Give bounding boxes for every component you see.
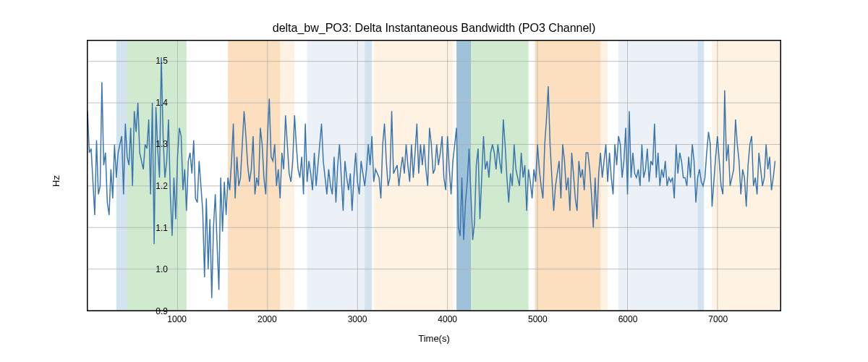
experiment-span [618,41,697,311]
plot-area [87,40,781,311]
ytick-label: 1.2 [156,181,168,191]
ytick-label: 1.5 [156,56,168,66]
xtick-label: 4000 [438,314,457,324]
xtick-label: 3000 [348,314,367,324]
xtick-label: 2000 [258,314,277,324]
ytick-label: 1.3 [156,139,168,149]
chart-container [87,40,781,311]
ytick-label: 0.9 [156,306,168,316]
x-axis-label: Time(s) [418,333,450,344]
y-axis-label: Hz [51,175,61,187]
experiment-span [116,41,127,311]
ytick-label: 1.0 [156,264,168,274]
xtick-label: 5000 [528,314,548,324]
chart-title: delta_bw_PO3: Delta Instantaneous Bandwi… [0,22,868,35]
xtick-label: 7000 [708,314,728,324]
ytick-label: 1.4 [156,98,168,108]
experiment-span [280,41,294,311]
experiment-span [456,41,471,311]
xtick-label: 1000 [167,314,187,324]
xtick-label: 6000 [618,314,638,324]
ytick-label: 1.1 [156,223,168,233]
